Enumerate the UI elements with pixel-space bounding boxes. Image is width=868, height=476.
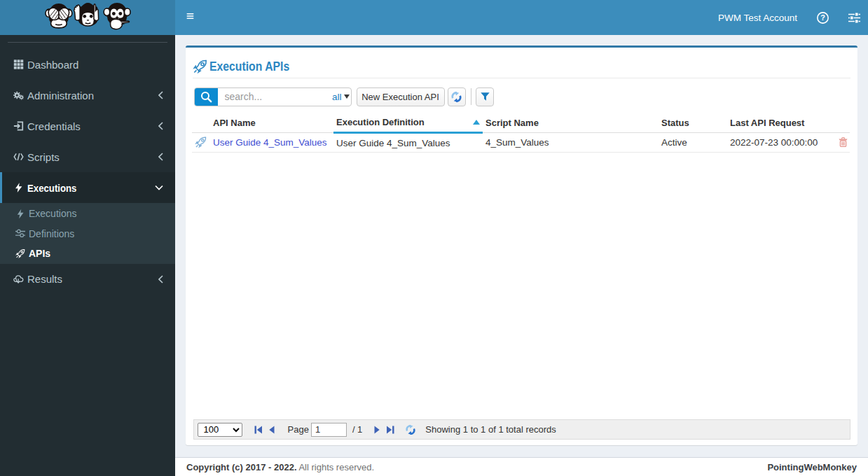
svg-text:?: ? [820, 13, 825, 22]
